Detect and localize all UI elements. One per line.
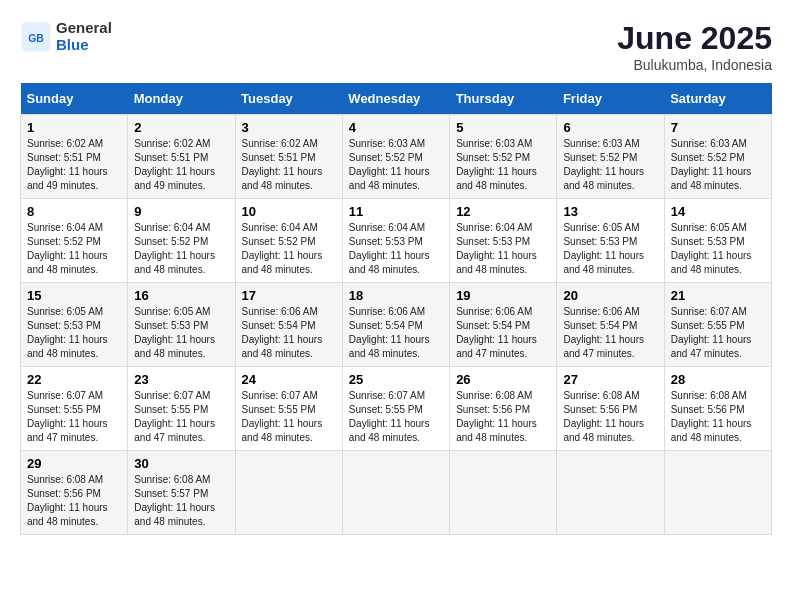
weekday-header-friday: Friday (557, 83, 664, 115)
day-number: 17 (242, 288, 336, 303)
calendar-day-18: 18 Sunrise: 6:06 AMSunset: 5:54 PMDaylig… (342, 283, 449, 367)
calendar-day-20: 20 Sunrise: 6:06 AMSunset: 5:54 PMDaylig… (557, 283, 664, 367)
calendar-day-24: 24 Sunrise: 6:07 AMSunset: 5:55 PMDaylig… (235, 367, 342, 451)
day-number: 8 (27, 204, 121, 219)
sunrise-info: Sunrise: 6:05 AMSunset: 5:53 PMDaylight:… (27, 306, 108, 359)
sunrise-info: Sunrise: 6:02 AMSunset: 5:51 PMDaylight:… (27, 138, 108, 191)
empty-day-cell (342, 451, 449, 535)
sunrise-info: Sunrise: 6:08 AMSunset: 5:56 PMDaylight:… (671, 390, 752, 443)
day-number: 10 (242, 204, 336, 219)
day-number: 30 (134, 456, 228, 471)
sunrise-info: Sunrise: 6:04 AMSunset: 5:52 PMDaylight:… (27, 222, 108, 275)
sunrise-info: Sunrise: 6:03 AMSunset: 5:52 PMDaylight:… (456, 138, 537, 191)
sunrise-info: Sunrise: 6:03 AMSunset: 5:52 PMDaylight:… (349, 138, 430, 191)
day-number: 3 (242, 120, 336, 135)
day-number: 20 (563, 288, 657, 303)
sunrise-info: Sunrise: 6:02 AMSunset: 5:51 PMDaylight:… (134, 138, 215, 191)
sunrise-info: Sunrise: 6:08 AMSunset: 5:57 PMDaylight:… (134, 474, 215, 527)
weekday-header-sunday: Sunday (21, 83, 128, 115)
day-number: 1 (27, 120, 121, 135)
day-number: 16 (134, 288, 228, 303)
logo: GB General Blue (20, 20, 112, 53)
weekday-header-thursday: Thursday (450, 83, 557, 115)
logo-blue: Blue (56, 36, 89, 53)
sunrise-info: Sunrise: 6:06 AMSunset: 5:54 PMDaylight:… (456, 306, 537, 359)
day-number: 27 (563, 372, 657, 387)
month-title: June 2025 (617, 20, 772, 57)
calendar-day-30: 30 Sunrise: 6:08 AMSunset: 5:57 PMDaylig… (128, 451, 235, 535)
day-number: 5 (456, 120, 550, 135)
day-number: 4 (349, 120, 443, 135)
empty-day-cell (235, 451, 342, 535)
sunrise-info: Sunrise: 6:06 AMSunset: 5:54 PMDaylight:… (563, 306, 644, 359)
logo-general: General (56, 19, 112, 36)
calendar-day-21: 21 Sunrise: 6:07 AMSunset: 5:55 PMDaylig… (664, 283, 771, 367)
sunrise-info: Sunrise: 6:08 AMSunset: 5:56 PMDaylight:… (456, 390, 537, 443)
calendar-day-2: 2 Sunrise: 6:02 AMSunset: 5:51 PMDayligh… (128, 115, 235, 199)
sunrise-info: Sunrise: 6:04 AMSunset: 5:52 PMDaylight:… (242, 222, 323, 275)
day-number: 18 (349, 288, 443, 303)
calendar-day-10: 10 Sunrise: 6:04 AMSunset: 5:52 PMDaylig… (235, 199, 342, 283)
day-number: 13 (563, 204, 657, 219)
calendar-day-9: 9 Sunrise: 6:04 AMSunset: 5:52 PMDayligh… (128, 199, 235, 283)
calendar-day-14: 14 Sunrise: 6:05 AMSunset: 5:53 PMDaylig… (664, 199, 771, 283)
day-number: 26 (456, 372, 550, 387)
header: GB General Blue June 2025 Bulukumba, Ind… (20, 20, 772, 73)
day-number: 23 (134, 372, 228, 387)
title-area: June 2025 Bulukumba, Indonesia (617, 20, 772, 73)
calendar-day-28: 28 Sunrise: 6:08 AMSunset: 5:56 PMDaylig… (664, 367, 771, 451)
calendar-day-19: 19 Sunrise: 6:06 AMSunset: 5:54 PMDaylig… (450, 283, 557, 367)
empty-day-cell (450, 451, 557, 535)
weekday-header-row: SundayMondayTuesdayWednesdayThursdayFrid… (21, 83, 772, 115)
calendar-day-15: 15 Sunrise: 6:05 AMSunset: 5:53 PMDaylig… (21, 283, 128, 367)
sunrise-info: Sunrise: 6:08 AMSunset: 5:56 PMDaylight:… (563, 390, 644, 443)
sunrise-info: Sunrise: 6:07 AMSunset: 5:55 PMDaylight:… (349, 390, 430, 443)
calendar-day-11: 11 Sunrise: 6:04 AMSunset: 5:53 PMDaylig… (342, 199, 449, 283)
sunrise-info: Sunrise: 6:03 AMSunset: 5:52 PMDaylight:… (563, 138, 644, 191)
calendar-day-6: 6 Sunrise: 6:03 AMSunset: 5:52 PMDayligh… (557, 115, 664, 199)
calendar-day-1: 1 Sunrise: 6:02 AMSunset: 5:51 PMDayligh… (21, 115, 128, 199)
sunrise-info: Sunrise: 6:07 AMSunset: 5:55 PMDaylight:… (134, 390, 215, 443)
day-number: 29 (27, 456, 121, 471)
calendar-day-3: 3 Sunrise: 6:02 AMSunset: 5:51 PMDayligh… (235, 115, 342, 199)
day-number: 24 (242, 372, 336, 387)
weekday-header-wednesday: Wednesday (342, 83, 449, 115)
calendar-day-16: 16 Sunrise: 6:05 AMSunset: 5:53 PMDaylig… (128, 283, 235, 367)
calendar-week-1: 1 Sunrise: 6:02 AMSunset: 5:51 PMDayligh… (21, 115, 772, 199)
calendar-day-12: 12 Sunrise: 6:04 AMSunset: 5:53 PMDaylig… (450, 199, 557, 283)
sunrise-info: Sunrise: 6:05 AMSunset: 5:53 PMDaylight:… (563, 222, 644, 275)
day-number: 22 (27, 372, 121, 387)
calendar-week-4: 22 Sunrise: 6:07 AMSunset: 5:55 PMDaylig… (21, 367, 772, 451)
day-number: 21 (671, 288, 765, 303)
calendar-day-29: 29 Sunrise: 6:08 AMSunset: 5:56 PMDaylig… (21, 451, 128, 535)
calendar-table: SundayMondayTuesdayWednesdayThursdayFrid… (20, 83, 772, 535)
day-number: 7 (671, 120, 765, 135)
weekday-header-monday: Monday (128, 83, 235, 115)
sunrise-info: Sunrise: 6:08 AMSunset: 5:56 PMDaylight:… (27, 474, 108, 527)
sunrise-info: Sunrise: 6:06 AMSunset: 5:54 PMDaylight:… (242, 306, 323, 359)
logo-icon: GB (20, 21, 52, 53)
empty-day-cell (557, 451, 664, 535)
calendar-week-3: 15 Sunrise: 6:05 AMSunset: 5:53 PMDaylig… (21, 283, 772, 367)
sunrise-info: Sunrise: 6:04 AMSunset: 5:53 PMDaylight:… (349, 222, 430, 275)
svg-text:GB: GB (28, 32, 44, 43)
day-number: 11 (349, 204, 443, 219)
sunrise-info: Sunrise: 6:03 AMSunset: 5:52 PMDaylight:… (671, 138, 752, 191)
sunrise-info: Sunrise: 6:06 AMSunset: 5:54 PMDaylight:… (349, 306, 430, 359)
sunrise-info: Sunrise: 6:07 AMSunset: 5:55 PMDaylight:… (27, 390, 108, 443)
location-title: Bulukumba, Indonesia (617, 57, 772, 73)
day-number: 14 (671, 204, 765, 219)
sunrise-info: Sunrise: 6:05 AMSunset: 5:53 PMDaylight:… (671, 222, 752, 275)
sunrise-info: Sunrise: 6:04 AMSunset: 5:52 PMDaylight:… (134, 222, 215, 275)
calendar-week-2: 8 Sunrise: 6:04 AMSunset: 5:52 PMDayligh… (21, 199, 772, 283)
day-number: 9 (134, 204, 228, 219)
weekday-header-saturday: Saturday (664, 83, 771, 115)
day-number: 2 (134, 120, 228, 135)
calendar-day-17: 17 Sunrise: 6:06 AMSunset: 5:54 PMDaylig… (235, 283, 342, 367)
day-number: 6 (563, 120, 657, 135)
sunrise-info: Sunrise: 6:04 AMSunset: 5:53 PMDaylight:… (456, 222, 537, 275)
day-number: 28 (671, 372, 765, 387)
calendar-day-23: 23 Sunrise: 6:07 AMSunset: 5:55 PMDaylig… (128, 367, 235, 451)
calendar-day-22: 22 Sunrise: 6:07 AMSunset: 5:55 PMDaylig… (21, 367, 128, 451)
weekday-header-tuesday: Tuesday (235, 83, 342, 115)
